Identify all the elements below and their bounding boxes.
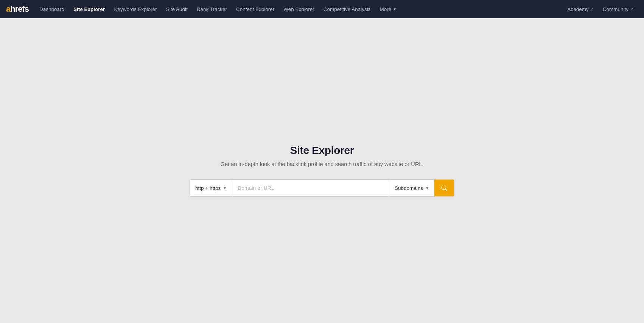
nav-item-competitive-analysis[interactable]: Competitive Analysis <box>319 0 375 18</box>
hero-title: Site Explorer <box>290 144 354 157</box>
community-label: Community ↗ <box>603 6 633 12</box>
external-link-icon-2: ↗ <box>630 7 633 12</box>
nav-item-site-audit[interactable]: Site Audit <box>162 0 192 18</box>
nav-item-community[interactable]: Community ↗ <box>598 0 638 18</box>
logo-hrefs: hrefs <box>10 4 29 14</box>
nav-item-academy[interactable]: Academy ↗ <box>563 0 598 18</box>
subdomains-dropdown[interactable]: Subdomains ▼ <box>389 180 434 196</box>
main-nav: a hrefs Dashboard Site Explorer Keywords… <box>0 0 644 18</box>
search-bar: http + https ▼ Subdomains ▼ <box>190 179 454 197</box>
protocol-chevron-icon: ▼ <box>223 186 227 190</box>
main-content: Site Explorer Get an in-depth look at th… <box>0 18 644 323</box>
hero-section: Site Explorer Get an in-depth look at th… <box>221 144 424 167</box>
nav-item-more[interactable]: More ▼ <box>375 0 401 18</box>
logo[interactable]: a hrefs <box>6 4 29 14</box>
search-button[interactable] <box>434 180 454 196</box>
subdomains-label: Subdomains <box>395 185 423 191</box>
academy-label: Academy ↗ <box>567 6 593 12</box>
hero-subtitle: Get an in-depth look at the backlink pro… <box>221 161 424 167</box>
external-link-icon: ↗ <box>590 7 594 12</box>
logo-a: a <box>6 4 10 14</box>
nav-item-dashboard[interactable]: Dashboard <box>35 0 69 18</box>
nav-items: Dashboard Site Explorer Keywords Explore… <box>35 0 638 18</box>
nav-item-site-explorer[interactable]: Site Explorer <box>69 0 109 18</box>
search-icon <box>441 185 447 191</box>
protocol-dropdown[interactable]: http + https ▼ <box>190 180 232 196</box>
search-input[interactable] <box>232 180 389 196</box>
subdomains-chevron-icon: ▼ <box>425 186 429 190</box>
protocol-label: http + https <box>195 185 221 191</box>
more-chevron-icon: ▼ <box>393 7 397 11</box>
nav-item-keywords-explorer[interactable]: Keywords Explorer <box>109 0 161 18</box>
nav-item-web-explorer[interactable]: Web Explorer <box>279 0 319 18</box>
nav-item-content-explorer[interactable]: Content Explorer <box>232 0 279 18</box>
nav-item-rank-tracker[interactable]: Rank Tracker <box>192 0 232 18</box>
